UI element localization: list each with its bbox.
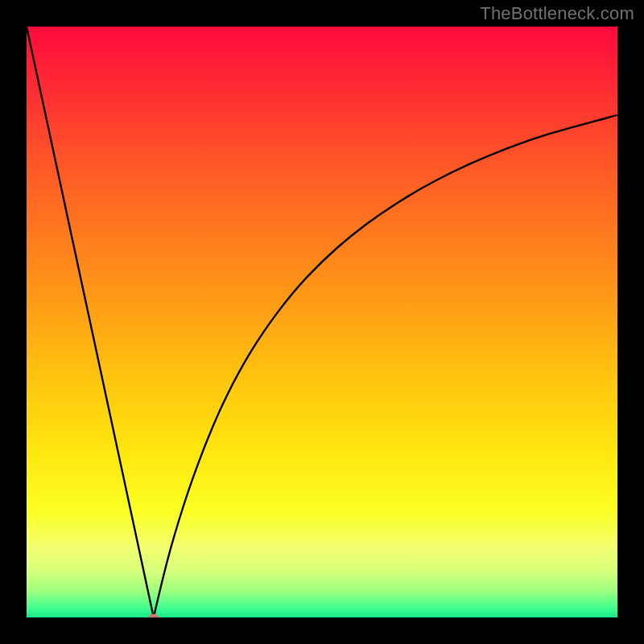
watermark-text: TheBottleneck.com (480, 3, 634, 24)
gradient-background (27, 27, 617, 617)
plot-area (27, 27, 617, 617)
outer-frame: TheBottleneck.com (0, 0, 644, 644)
chart-canvas (27, 27, 617, 617)
